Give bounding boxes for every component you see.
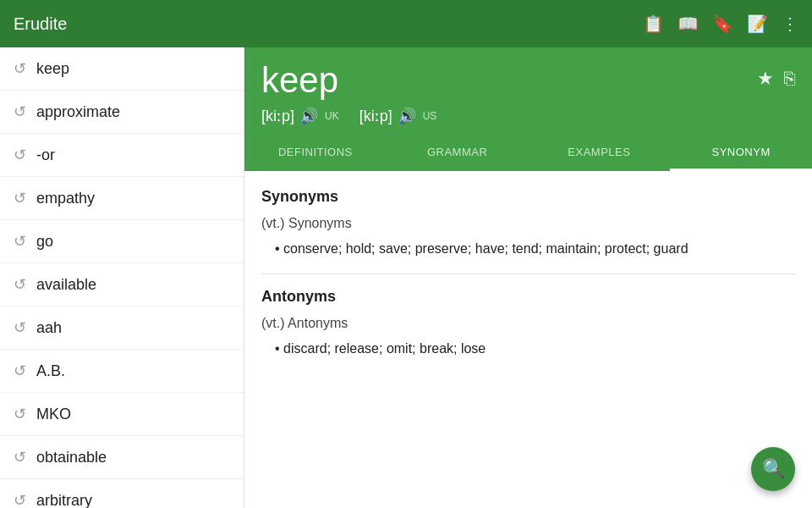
history-icon: ↺ xyxy=(14,491,26,508)
history-icon: ↺ xyxy=(14,102,26,121)
sidebar-item-mko[interactable]: ↺ MKO xyxy=(0,393,244,436)
sidebar-item-aah[interactable]: ↺ aah xyxy=(0,306,244,350)
book-icon[interactable]: 📖 xyxy=(678,14,699,34)
tab-grammar[interactable]: GRAMMAR xyxy=(387,135,529,171)
sidebar-word-label: go xyxy=(36,233,53,251)
sidebar-word-label: obtainable xyxy=(36,449,107,467)
word-of-day-icon[interactable]: 📝 xyxy=(747,14,768,34)
history-icon: ↺ xyxy=(14,189,26,207)
sidebar-item-keep[interactable]: ↺ keep xyxy=(0,47,244,91)
app-title: Erudite xyxy=(14,14,643,34)
history-icon: ↺ xyxy=(14,448,26,467)
vt-antonyms-section: (vt.) Antonyms discard; release; omit; b… xyxy=(261,316,795,360)
tab-examples[interactable]: EXAMPLES xyxy=(529,135,671,171)
sidebar-word-label: keep xyxy=(36,60,69,78)
sidebar-item-ab[interactable]: ↺ A.B. xyxy=(0,350,244,393)
sidebar-word-label: MKO xyxy=(36,406,71,423)
word-header-top: keep ★ ⎘ xyxy=(261,61,795,100)
history-icon: ↺ xyxy=(14,275,26,294)
tab-definitions[interactable]: DEFINITIONS xyxy=(244,135,387,171)
search-icon: 🔍 xyxy=(762,458,785,480)
more-icon[interactable]: ⋮ xyxy=(782,14,798,34)
tabs: DEFINITIONS GRAMMAR EXAMPLES SYNONYM xyxy=(244,135,812,171)
sidebar-word-label: -or xyxy=(36,146,55,164)
antonyms-main-title: Antonyms xyxy=(261,288,795,306)
bookmark-icon[interactable]: 🔖 xyxy=(712,14,733,34)
history-icon: ↺ xyxy=(14,146,26,164)
synonyms-main-title: Synonyms xyxy=(261,188,795,206)
sidebar-word-label: arbitrary xyxy=(36,492,92,509)
vt-synonyms-text: conserve; hold; save; preserve; have; te… xyxy=(261,238,795,260)
sidebar-word-label: available xyxy=(36,276,96,294)
phonetic-uk-text: [kiːp] xyxy=(261,107,294,125)
topbar-actions: 📋 📖 🔖 📝 ⋮ xyxy=(643,14,798,34)
sidebar-item-empathy[interactable]: ↺ empathy xyxy=(0,177,244,220)
word-header: keep ★ ⎘ [kiːp] 🔊 UK [kiːp] 🔊 US xyxy=(244,47,812,135)
history-icon: ↺ xyxy=(14,362,26,380)
sidebar-word-label: aah xyxy=(36,319,62,337)
flashcard-icon[interactable]: 📋 xyxy=(643,14,664,34)
sidebar-item-go[interactable]: ↺ go xyxy=(0,220,244,263)
content-body: Synonyms (vt.) Synonyms conserve; hold; … xyxy=(244,171,812,508)
sidebar-item-or[interactable]: ↺ -or xyxy=(0,134,244,177)
sound-uk-icon[interactable]: 🔊 xyxy=(299,107,318,125)
sidebar-word-label: empathy xyxy=(36,190,95,207)
history-icon: ↺ xyxy=(14,232,26,251)
content-panel: keep ★ ⎘ [kiːp] 🔊 UK [kiːp] 🔊 US xyxy=(244,47,812,508)
phonetics: [kiːp] 🔊 UK [kiːp] 🔊 US xyxy=(261,107,795,135)
vt-antonyms-text: discard; release; omit; break; lose xyxy=(261,338,795,360)
tab-synonym[interactable]: SYNONYM xyxy=(670,135,812,171)
section-divider xyxy=(261,273,795,274)
sidebar-word-label: A.B. xyxy=(36,362,65,380)
sidebar-item-obtainable[interactable]: ↺ obtainable xyxy=(0,436,244,479)
sidebar-item-arbitrary[interactable]: ↺ arbitrary xyxy=(0,479,244,508)
history-icon: ↺ xyxy=(14,318,26,337)
copy-icon[interactable]: ⎘ xyxy=(784,68,795,90)
phonetic-us: [kiːp] 🔊 US xyxy=(359,107,437,125)
phonetic-us-text: [kiːp] xyxy=(359,107,392,125)
vt-synonyms-section: (vt.) Synonyms conserve; hold; save; pre… xyxy=(261,216,795,260)
word-title: keep xyxy=(261,61,338,100)
vt-antonyms-label: (vt.) Antonyms xyxy=(261,316,795,331)
phonetic-us-label: US xyxy=(423,110,437,122)
phonetic-uk-label: UK xyxy=(325,110,339,122)
header-actions: ★ ⎘ xyxy=(757,61,795,90)
sound-us-icon[interactable]: 🔊 xyxy=(398,107,416,125)
phonetic-uk: [kiːp] 🔊 UK xyxy=(261,107,339,125)
search-fab[interactable]: 🔍 xyxy=(751,447,795,491)
history-icon: ↺ xyxy=(14,405,26,423)
sidebar-word-label: approximate xyxy=(36,103,120,121)
star-icon[interactable]: ★ xyxy=(757,68,774,90)
sidebar: ↺ keep ↺ approximate ↺ -or ↺ empathy ↺ g… xyxy=(0,47,244,508)
history-icon: ↺ xyxy=(14,59,26,78)
vt-synonyms-label: (vt.) Synonyms xyxy=(261,216,795,231)
sidebar-item-available[interactable]: ↺ available xyxy=(0,263,244,306)
sidebar-item-approximate[interactable]: ↺ approximate xyxy=(0,91,244,134)
main-layout: ↺ keep ↺ approximate ↺ -or ↺ empathy ↺ g… xyxy=(0,47,812,508)
topbar: Erudite 📋 📖 🔖 📝 ⋮ xyxy=(0,0,812,47)
